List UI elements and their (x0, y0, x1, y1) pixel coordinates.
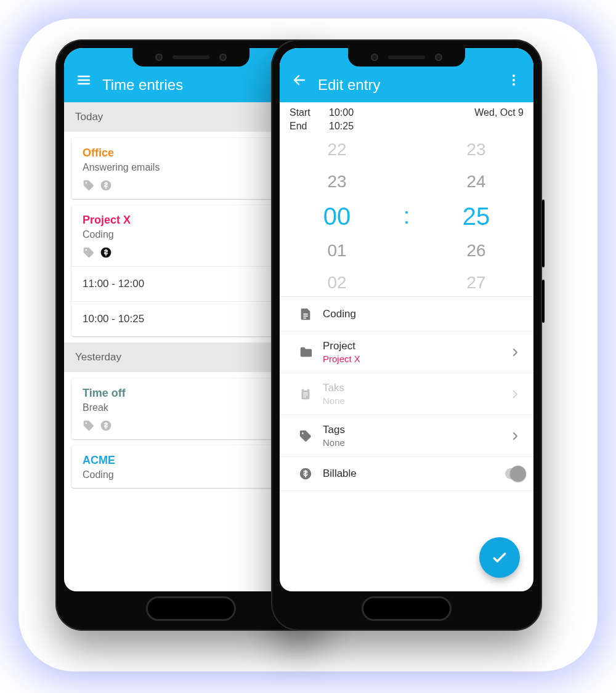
wheel-hour-option[interactable]: 23 (327, 168, 346, 195)
svg-rect-13 (303, 396, 306, 397)
dollar-icon (100, 179, 112, 192)
entry-icons (83, 246, 299, 259)
svg-point-5 (513, 83, 515, 86)
project-name: Time off (83, 387, 299, 400)
project-value: Project X (323, 354, 505, 364)
arrow-left-icon (292, 73, 307, 87)
volume-button[interactable] (542, 200, 545, 267)
back-button[interactable] (286, 67, 313, 94)
confirm-fab[interactable] (479, 537, 520, 578)
svg-rect-12 (303, 394, 307, 395)
speaker-icon (388, 55, 425, 59)
tag-icon (299, 429, 312, 443)
document-icon (299, 307, 312, 321)
wheel-hours[interactable]: 22 23 00 01 02 (280, 136, 394, 296)
sensor-icon (219, 54, 227, 61)
wheel-minute-option[interactable]: 26 (466, 237, 485, 264)
check-icon (490, 548, 509, 567)
tag-icon (83, 246, 95, 259)
wheel-minute-option[interactable]: 24 (466, 168, 485, 195)
project-name: Office (83, 147, 299, 160)
page-title: Time entries (102, 76, 183, 94)
svg-rect-9 (302, 389, 310, 399)
description-value: Coding (323, 308, 505, 320)
billable-toggle[interactable] (505, 468, 525, 479)
billable-row[interactable]: Billable (280, 456, 533, 491)
page-title: Edit entry (318, 76, 380, 94)
svg-rect-10 (304, 388, 307, 391)
project-row[interactable]: Project Project X (280, 331, 533, 373)
notch (132, 48, 249, 67)
tags-value: None (323, 437, 505, 448)
dollar-icon (100, 246, 112, 259)
dollar-icon (100, 419, 112, 432)
folder-icon (299, 346, 312, 359)
entry-icons (83, 419, 299, 432)
project-name: Project X (83, 214, 299, 227)
chevron-right-icon (509, 347, 521, 358)
task-value: None (323, 395, 505, 406)
entry-description: Coding (83, 469, 299, 480)
tag-icon (83, 179, 95, 192)
wheel-hour-option[interactable]: 01 (327, 237, 346, 264)
more-vertical-icon (506, 73, 521, 87)
wheel-minute-option[interactable]: 27 (466, 269, 485, 296)
wheel-hour-selected[interactable]: 00 (323, 200, 351, 232)
start-value[interactable]: 10:00 (329, 107, 474, 118)
wheel-minutes[interactable]: 23 24 25 26 27 (419, 136, 533, 296)
svg-rect-8 (303, 317, 306, 318)
wheel-minute-option[interactable]: 23 (466, 136, 485, 163)
phone-chin (271, 591, 542, 631)
front-camera-icon (371, 54, 378, 61)
home-button[interactable] (362, 596, 452, 621)
tags-row[interactable]: Tags None (280, 415, 533, 456)
phone-right: Edit entry Start 10:00 Wed, Oct 9 End 10… (271, 39, 542, 631)
wheel-minute-selected[interactable]: 25 (463, 200, 490, 232)
entry-description: Break (83, 402, 299, 413)
task-row[interactable]: Taks None (280, 373, 533, 415)
wheel-hour-option[interactable]: 22 (327, 136, 346, 163)
svg-rect-6 (303, 314, 307, 315)
overflow-menu-button[interactable] (500, 67, 527, 94)
billable-label: Billable (323, 468, 505, 480)
description-row[interactable]: Coding (280, 296, 533, 331)
sensor-icon (435, 54, 442, 61)
menu-button[interactable] (70, 67, 97, 94)
task-label: Taks (323, 382, 505, 394)
entry-date[interactable]: Wed, Oct 9 (474, 107, 524, 118)
project-name: ACME (83, 454, 299, 467)
toggle-knob-icon (510, 466, 526, 482)
wheel-hour-option[interactable]: 02 (327, 269, 346, 296)
speaker-icon (172, 55, 209, 59)
svg-point-3 (513, 75, 515, 77)
hamburger-icon (76, 73, 91, 87)
chevron-right-icon (509, 431, 521, 442)
clipboard-icon (299, 387, 312, 401)
time-colon: : (394, 136, 419, 296)
power-button[interactable] (542, 280, 545, 323)
end-label: End (290, 121, 329, 132)
svg-point-4 (513, 79, 515, 81)
project-label: Project (323, 340, 505, 352)
end-value[interactable]: 10:25 (329, 121, 474, 132)
entry-description: Coding (83, 229, 299, 240)
chevron-right-icon (509, 389, 521, 400)
start-label: Start (290, 107, 329, 118)
time-meta: Start 10:00 Wed, Oct 9 End 10:25 (280, 102, 533, 136)
svg-rect-7 (303, 315, 307, 317)
time-wheel-picker[interactable]: 22 23 00 01 02 : 23 24 25 26 27 (280, 136, 533, 296)
svg-rect-11 (303, 392, 307, 393)
front-camera-icon (155, 54, 163, 61)
screen-right: Edit entry Start 10:00 Wed, Oct 9 End 10… (280, 48, 533, 591)
dollar-icon (299, 467, 312, 480)
tag-icon (83, 419, 95, 432)
entry-icons (83, 179, 299, 192)
home-button[interactable] (146, 596, 236, 621)
entry-description: Answering emails (83, 162, 299, 173)
tags-label: Tags (323, 424, 505, 436)
notch (348, 48, 465, 67)
